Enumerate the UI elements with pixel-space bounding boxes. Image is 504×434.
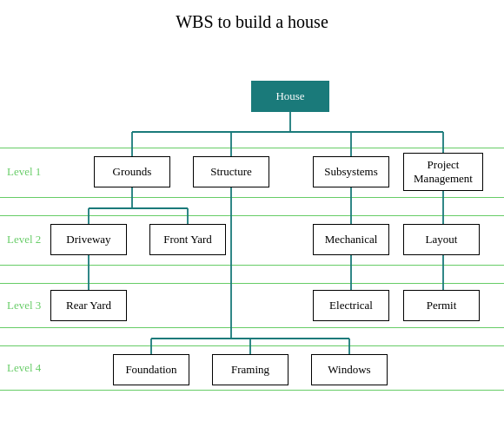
level2-label: Level 2 xyxy=(7,233,41,247)
windows-node: Windows xyxy=(311,354,388,385)
structure-node: Structure xyxy=(193,156,269,187)
foundation-node: Foundation xyxy=(113,354,189,385)
subsystems-node: Subsystems xyxy=(313,156,389,187)
level3-label: Level 3 xyxy=(7,299,41,312)
driveway-node: Driveway xyxy=(50,224,127,255)
layout-node: Layout xyxy=(403,224,480,255)
mechanical-node: Mechanical xyxy=(313,224,389,255)
wbs-diagram: WBS to build a house Level 1 Level 2 Lev… xyxy=(0,0,504,434)
level4-label: Level 4 xyxy=(7,361,41,375)
electrical-node: Electrical xyxy=(313,290,389,321)
level1-label: Level 1 xyxy=(7,165,41,179)
framing-node: Framing xyxy=(212,354,288,385)
page-title: WBS to build a house xyxy=(0,0,504,37)
grounds-node: Grounds xyxy=(94,156,170,187)
permit-node: Permit xyxy=(403,290,480,321)
project-management-node: Project Management xyxy=(403,153,483,191)
rear-yard-node: Rear Yard xyxy=(50,290,127,321)
house-node: House xyxy=(251,81,329,112)
front-yard-node: Front Yard xyxy=(149,224,226,255)
